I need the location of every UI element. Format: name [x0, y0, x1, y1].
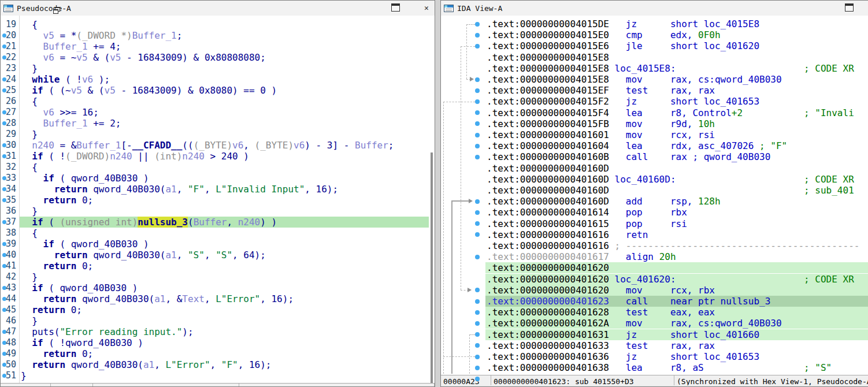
asm-row[interactable]: .text:00000000004015F4 lea r8, Control+2…	[441, 107, 868, 118]
pseudocode-text[interactable]: return qword_40B030(a1, &Text, L"Error",…	[21, 293, 294, 304]
instruction-dot[interactable]	[475, 210, 480, 215]
pseudocode-line[interactable]: 41 return 0;	[1, 261, 435, 271]
pseudocode-line[interactable]: 20 v5 = *(_DWORD *)Buffer_1;	[1, 30, 435, 41]
pseudocode-text[interactable]: puts("Error reading input.");	[21, 326, 194, 337]
asm-row[interactable]: .text:00000000004015E8	[441, 52, 868, 63]
pseudocode-line[interactable]: 24 while ( !v6 );	[1, 74, 435, 85]
pseudocode-text[interactable]: return qword_40B030(a1, "S", "S", 64);	[21, 250, 266, 261]
pseudocode-titlebar[interactable]: Pseudocode-A ✕	[1, 1, 435, 16]
asm-row[interactable]: .text:0000000000401620 loc_401620: ; COD…	[441, 274, 868, 285]
pseudocode-line[interactable]: 37 if ( (unsigned int)nullsub_3(Buffer, …	[1, 217, 435, 228]
asm-row[interactable]: .text:000000000040160D ; sub_401	[441, 185, 868, 196]
instruction-dot[interactable]	[475, 255, 480, 259]
pseudocode-text[interactable]: }	[21, 315, 38, 326]
instruction-dot[interactable]	[475, 377, 480, 381]
instruction-dot[interactable]	[475, 155, 480, 159]
instruction-dot[interactable]	[475, 33, 480, 38]
pseudocode-text[interactable]: v5 = *(_DWORD *)Buffer_1;	[21, 30, 182, 41]
pseudocode-line[interactable]: 19 {	[1, 19, 435, 30]
pseudocode-text[interactable]: return 0;	[21, 195, 93, 206]
pseudocode-line[interactable]: 28 Buffer_1 += 2;	[1, 118, 435, 129]
pseudocode-text[interactable]: if ( (unsigned int)nullsub_3(Buffer, n24…	[21, 217, 277, 228]
pseudocode-line[interactable]: 42 }	[1, 271, 435, 282]
pseudocode-text[interactable]: return 0;	[21, 304, 82, 315]
pseudocode-line[interactable]: 29 }	[1, 129, 435, 140]
pseudocode-text[interactable]: v6 >>= 16;	[21, 107, 99, 118]
asm-row[interactable]: .text:0000000000401604 lea rdx, asc_4070…	[441, 140, 868, 151]
pseudocode-line[interactable]: 47 puts("Error reading input.");	[1, 326, 435, 337]
pseudocode-text[interactable]: return qword_40B030(a1, L"Error", "F", 1…	[21, 359, 271, 370]
asm-row[interactable]: .text:00000000004015DE jz short loc_4015…	[441, 18, 868, 29]
pseudocode-line[interactable]: 32 {	[1, 162, 435, 173]
pseudocode-line[interactable]: 45 return 0;	[1, 304, 435, 315]
instruction-dot[interactable]	[475, 355, 480, 359]
asm-row[interactable]: .text:00000000004015E0 cmp edx, 0F0h	[441, 29, 868, 40]
asm-row[interactable]: .text:0000000000401620	[441, 262, 868, 273]
pseudocode-text[interactable]: {	[21, 96, 38, 107]
asm-row[interactable]: .text:000000000040160D loc_40160D: ; COD…	[441, 174, 868, 185]
pseudocode-text[interactable]: }	[21, 129, 38, 140]
pseudocode-line[interactable]: 21 Buffer_1 += 4;	[1, 41, 435, 52]
pseudocode-text[interactable]: if ( !(_DWORD)n240 || (int)n240 > 240 )	[21, 151, 249, 162]
pseudocode-text[interactable]: }	[21, 63, 38, 74]
asm-row[interactable]: .text:000000000040162A mov rax, cs:qword…	[441, 318, 868, 329]
pseudocode-text[interactable]: return 0;	[21, 348, 93, 359]
pseudocode-line[interactable]: 44 return qword_40B030(a1, &Text, L"Erro…	[1, 293, 435, 304]
pseudocode-text[interactable]: while ( !v6 );	[21, 74, 110, 85]
pseudocode-line[interactable]: 26 {	[1, 96, 435, 107]
instruction-dot[interactable]	[475, 88, 480, 93]
ida-view-content[interactable]: .text:00000000004015DE jz short loc_4015…	[441, 16, 868, 386]
pseudocode-text[interactable]: if ( qword_40B030 )	[21, 282, 138, 293]
maximize-button[interactable]	[391, 3, 400, 12]
pseudocode-line[interactable]: 38 {	[1, 228, 435, 239]
pseudocode-line[interactable]: 46 }	[1, 315, 435, 326]
pseudocode-line[interactable]: 33 if ( qword_40B030 )	[1, 173, 435, 184]
pseudocode-line[interactable]: 43 if ( qword_40B030 )	[1, 282, 435, 293]
pseudocode-text[interactable]: return 0;	[21, 261, 93, 271]
asm-row[interactable]: .text:00000000004015FB mov r9d, 10h	[441, 118, 868, 129]
pseudocode-line[interactable]: 36 }	[1, 206, 435, 217]
asm-row[interactable]: .text:0000000000401617 align 20h	[441, 251, 868, 262]
asm-row[interactable]: .text:0000000000401638 lea r8, aS ; "S"	[441, 362, 868, 373]
pseudocode-text[interactable]: if ( qword_40B030 )	[21, 239, 149, 250]
instruction-dot[interactable]	[475, 310, 480, 315]
asm-row[interactable]: .text:0000000000401620 mov rcx, rbx	[441, 285, 868, 296]
instruction-dot[interactable]	[475, 321, 480, 326]
asm-row[interactable]: .text:000000000040160D	[441, 163, 868, 174]
asm-row[interactable]: .text:0000000000401601 mov rcx, rsi	[441, 129, 868, 140]
pseudocode-text[interactable]: if ( !qword_40B030 )	[21, 337, 143, 348]
pseudocode-line[interactable]: 31 if ( !(_DWORD)n240 || (int)n240 > 240…	[1, 151, 435, 162]
pseudocode-text[interactable]: }	[21, 271, 38, 282]
asm-row[interactable]: .text:0000000000401616 retn	[441, 229, 868, 240]
pseudocode-line[interactable]: 34 return qword_40B030(a1, "F", L"Invali…	[1, 184, 435, 195]
instruction-dot[interactable]	[475, 22, 480, 27]
asm-row[interactable]: .text:0000000000401614 pop rbx	[441, 207, 868, 218]
pseudocode-text[interactable]: {	[21, 228, 38, 239]
asm-row[interactable]: .text:000000000040160B call rax ; qword_…	[441, 151, 868, 162]
asm-row[interactable]: .text:0000000000401631 jz short loc_4016…	[441, 329, 868, 340]
pseudocode-line[interactable]: 50 return qword_40B030(a1, L"Error", "F"…	[1, 359, 435, 370]
asm-row[interactable]: .text:0000000000401616 ; ---------------…	[441, 240, 868, 251]
pseudocode-line[interactable]: 49 return 0;	[1, 348, 435, 359]
instruction-dot[interactable]	[475, 299, 480, 304]
asm-row[interactable]: .text:00000000004015E6 jle short loc_401…	[441, 40, 868, 51]
restore-button[interactable]	[53, 7, 62, 16]
asm-row[interactable]: .text:00000000004015EF test rax, rax	[441, 85, 868, 96]
instruction-dot[interactable]	[475, 99, 480, 104]
vertical-scrollbar[interactable]	[431, 152, 433, 385]
asm-row[interactable]: .text:00000000004015F2 jz short loc_4016…	[441, 96, 868, 107]
instruction-dot[interactable]	[475, 366, 480, 370]
pseudocode-line[interactable]: 23 }	[1, 63, 435, 74]
asm-row[interactable]: .text:0000000000401628 test eax, eax	[441, 307, 868, 318]
asm-row[interactable]: .text:00000000004015E8 loc_4015E8: ; COD…	[441, 63, 868, 74]
pseudocode-text[interactable]: v6 = ~v5 & (v5 - 16843009) & 0x80808080;	[21, 52, 266, 63]
pseudocode-line[interactable]: 39 if ( qword_40B030 )	[1, 239, 435, 250]
close-button[interactable]: ✕	[422, 3, 431, 12]
asm-row[interactable]: .text:0000000000401633 test rax, rax	[441, 340, 868, 351]
asm-row[interactable]: .text:0000000000401636 jz short loc_4016…	[441, 351, 868, 362]
instruction-dot[interactable]	[475, 133, 480, 137]
pseudocode-text[interactable]: n240 = &Buffer_1[-__CFADD__(((_BYTE)v6, …	[21, 140, 394, 151]
pseudocode-line[interactable]: 35 return 0;	[1, 195, 435, 206]
pseudocode-text[interactable]: }	[21, 370, 27, 381]
pseudocode-line[interactable]: 22 v6 = ~v5 & (v5 - 16843009) & 0x808080…	[1, 52, 435, 63]
